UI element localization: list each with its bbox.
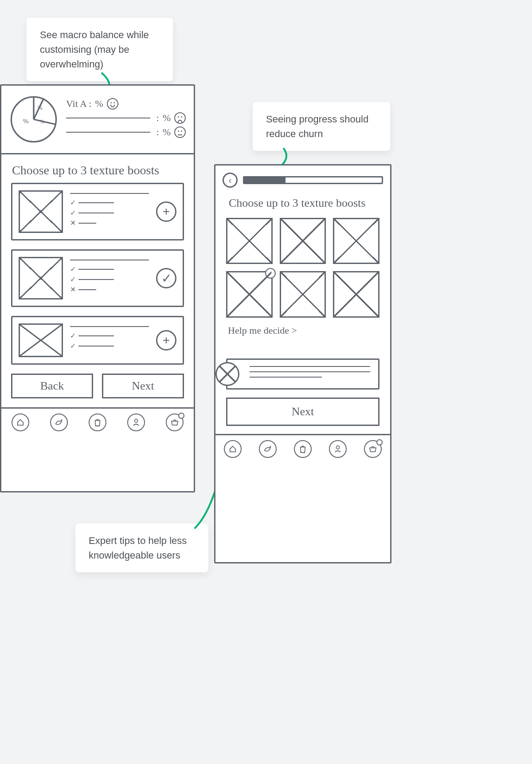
basket-icon[interactable] xyxy=(364,440,382,458)
help-me-decide-link[interactable]: Help me decide > xyxy=(215,322,390,341)
vit-pct: % xyxy=(163,126,171,138)
bottom-nav xyxy=(215,434,390,462)
options-grid: ✓ xyxy=(215,213,390,322)
image-placeholder-icon xyxy=(19,190,63,233)
option-tile[interactable] xyxy=(280,218,326,264)
option-tile-selected[interactable]: ✓ xyxy=(226,271,273,318)
svg-text:%: % xyxy=(23,117,29,125)
next-button[interactable]: Next xyxy=(226,398,379,426)
back-chevron-icon[interactable]: ‹ xyxy=(223,173,238,188)
close-tip-icon[interactable] xyxy=(215,362,239,386)
image-placeholder-icon xyxy=(19,323,63,357)
bottom-nav xyxy=(1,407,194,436)
profile-icon[interactable] xyxy=(127,414,145,431)
face-happy-icon xyxy=(107,98,118,110)
option-tile[interactable] xyxy=(280,271,326,318)
vit-pct: % xyxy=(163,112,171,124)
svg-text:%: % xyxy=(38,104,43,111)
selected-check-button[interactable]: ✓ xyxy=(156,268,176,288)
face-neutral-icon xyxy=(174,126,186,138)
back-button[interactable]: Back xyxy=(11,374,93,398)
card-description: ✓ ✓ xyxy=(70,323,149,357)
option-card[interactable]: ✓ ✓ ✕ ✓ xyxy=(11,249,184,307)
option-tile[interactable] xyxy=(333,271,379,318)
add-button[interactable]: + xyxy=(156,201,176,222)
food-bag-icon[interactable] xyxy=(294,440,312,458)
bird-icon[interactable] xyxy=(259,440,277,458)
annotation-macro-balance: See macro balance while customising (may… xyxy=(27,18,173,81)
next-button[interactable]: Next xyxy=(102,374,184,398)
food-bag-icon[interactable] xyxy=(89,414,106,431)
home-icon[interactable] xyxy=(224,440,242,458)
macro-balance-panel: % % % Vit A : % : % : % xyxy=(1,86,194,154)
annotation-text: Expert tips to help less knowledgeable u… xyxy=(89,535,187,561)
option-card[interactable]: ✓ ✓ ✕ + xyxy=(11,183,184,240)
vit-label: Vit A : xyxy=(66,98,91,110)
card-description: ✓ ✓ ✕ xyxy=(70,257,149,299)
card-description: ✓ ✓ ✕ xyxy=(70,190,149,233)
progress-bar xyxy=(243,176,383,184)
profile-icon[interactable] xyxy=(329,440,347,458)
bird-icon[interactable] xyxy=(50,414,68,431)
home-icon[interactable] xyxy=(12,414,29,431)
option-tile[interactable] xyxy=(333,218,379,264)
annotation-expert-tips: Expert tips to help less knowledgeable u… xyxy=(75,524,208,572)
tick-icon: ✓ xyxy=(265,268,276,279)
pie-chart: % % % xyxy=(9,95,58,144)
image-placeholder-icon xyxy=(19,257,63,299)
progress-fill xyxy=(244,177,286,183)
svg-point-4 xyxy=(134,419,137,422)
vit-pct: % xyxy=(95,98,103,110)
vitamin-list: Vit A : % : % : % xyxy=(66,98,186,141)
expert-tip-box xyxy=(226,358,379,390)
wireframe-left: % % % Vit A : % : % : % Choose up to 3 t… xyxy=(0,84,195,492)
svg-text:%: % xyxy=(39,118,44,125)
annotation-text: See macro balance while customising (may… xyxy=(40,29,149,70)
basket-icon[interactable] xyxy=(166,414,184,431)
option-card[interactable]: ✓ ✓ + xyxy=(11,316,184,365)
svg-point-5 xyxy=(336,446,339,449)
page-title: Choose up to 3 texture boosts xyxy=(1,154,194,183)
option-tile[interactable] xyxy=(226,218,273,264)
face-sad-icon xyxy=(174,112,186,124)
page-title: Choose up to 3 texture boosts xyxy=(215,191,390,213)
wireframe-right: ‹ Choose up to 3 texture boosts ✓ Help m… xyxy=(214,164,391,563)
add-button[interactable]: + xyxy=(156,330,176,350)
annotation-progress: Seeing progress should reduce churn xyxy=(253,102,390,151)
annotation-text: Seeing progress should reduce churn xyxy=(266,114,368,139)
